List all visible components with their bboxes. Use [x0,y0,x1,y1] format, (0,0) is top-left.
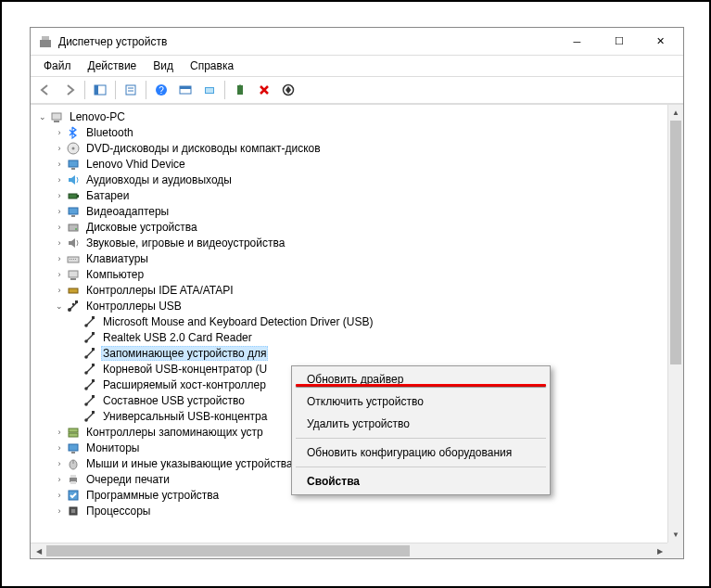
tree-category-1[interactable]: ›DVD-дисководы и дисководы компакт-диско… [31,140,667,156]
tree-category-4[interactable]: ›Батареи [31,187,667,203]
chevron-right-icon[interactable]: › [53,158,66,171]
window-title: Диспетчер устройств [58,35,167,48]
chevron-right-icon[interactable]: › [53,205,66,218]
tree-device-11-2[interactable]: Запоминающее устройство для [31,345,667,361]
chevron-right-icon[interactable]: › [53,236,66,249]
uninstall-button[interactable] [253,79,275,101]
tree-category-0[interactable]: ›Bluetooth [31,124,667,140]
tree-device-11-1[interactable]: Realtek USB 2.0 Card Reader [31,329,667,345]
chevron-right-icon[interactable]: › [53,457,66,470]
tree-category-17[interactable]: ›Процессоры [31,503,667,518]
tree-category-8[interactable]: ›Клавиатуры [31,250,667,266]
chevron-right-icon[interactable]: › [53,221,66,234]
vertical-scrollbar[interactable]: ▲ ▼ [667,105,683,543]
display-icon [66,204,81,219]
context-menu-item-2[interactable]: Удалить устройство [294,413,548,435]
tree-category-11[interactable]: ⌄Контроллеры USB [31,298,667,313]
tree-category-9[interactable]: ›Компьютер [31,266,667,282]
scroll-thumb-h[interactable] [46,545,410,556]
scroll-right-button[interactable]: ▶ [652,543,667,558]
tree-device-11-0[interactable]: Microsoft Mouse and Keyboard Detection D… [31,313,667,329]
tree-item-label: Lenovo-PC [68,110,127,123]
printer-icon [66,472,81,487]
svg-rect-19 [69,160,78,167]
context-menu-item-0[interactable]: Обновить драйвер [294,368,548,390]
menu-file[interactable]: Файл [36,58,79,74]
chevron-right-icon[interactable]: › [53,142,66,155]
tree-category-10[interactable]: ›Контроллеры IDE ATA/ATAPI [31,282,667,298]
tree-item-label: Запоминающее устройство для [101,346,268,361]
tree-item-label: Мониторы [84,441,141,454]
chevron-down-icon[interactable]: ⌄ [36,110,49,123]
annotation-highlight [296,384,546,387]
pc-icon [49,109,64,124]
usb-icon [66,299,81,313]
back-button[interactable] [34,79,57,101]
toolbar: ? [31,76,683,104]
chevron-right-icon[interactable]: › [53,441,66,454]
tree-item-label: Контроллеры IDE ATA/ATAPI [84,284,235,297]
svg-rect-39 [92,316,95,319]
action-toolbar-button[interactable] [174,79,197,101]
disk-icon [66,220,81,235]
tree-item-label: Lenovo Vhid Device [84,158,187,171]
titlebar: Диспетчер устройств ─ ☐ ✕ [31,28,683,56]
chevron-right-icon[interactable]: › [53,426,66,439]
scroll-up-button[interactable]: ▲ [668,105,683,121]
tree-category-2[interactable]: ›Lenovo Vhid Device [31,156,667,172]
tree-category-6[interactable]: ›Дисковые устройства [31,219,667,235]
svg-rect-33 [70,278,76,280]
svg-rect-21 [69,194,77,198]
context-menu-item-6[interactable]: Свойства [294,470,548,492]
tree-item-label: Контроллеры запоминающих устр [84,426,265,439]
svg-rect-53 [69,433,78,437]
menu-action[interactable]: Действие [81,58,145,74]
svg-rect-4 [126,85,135,95]
chevron-right-icon[interactable]: › [53,189,66,202]
chevron-right-icon[interactable]: › [53,505,66,518]
menu-view[interactable]: Вид [146,58,181,74]
computer-icon [66,267,81,282]
update-driver-button[interactable] [229,79,251,101]
tree-category-7[interactable]: ›Звуковые, игровые и видеоустройства [31,235,667,250]
chevron-right-icon[interactable]: › [53,126,66,139]
menu-help[interactable]: Справка [183,58,241,74]
chevron-right-icon[interactable]: › [53,173,66,186]
svg-rect-59 [70,475,76,478]
svg-rect-34 [69,288,78,293]
chevron-down-icon[interactable]: ⌄ [53,300,66,313]
tree-category-5[interactable]: ›Видеоадаптеры [31,203,667,219]
scroll-thumb[interactable] [670,121,681,364]
monitor-icon [66,157,81,172]
help-button[interactable]: ? [150,79,172,101]
chevron-right-icon[interactable]: › [53,252,66,265]
forward-button[interactable] [58,79,81,101]
tree-category-3[interactable]: ›Аудиовходы и аудиовыходы [31,172,667,187]
properties-toolbar-button[interactable] [120,79,142,101]
chevron-right-icon[interactable]: › [53,268,66,281]
chevron-right-icon[interactable]: › [53,489,66,502]
svg-rect-1 [42,36,49,40]
svg-rect-20 [71,168,75,170]
scan-hardware-button[interactable] [198,79,221,101]
chevron-right-icon[interactable]: › [53,473,66,486]
minimize-button[interactable]: ─ [556,29,598,55]
usbdev-icon [83,314,97,329]
scroll-down-button[interactable]: ▼ [668,527,683,543]
software-icon [66,488,81,503]
tree-root[interactable]: ⌄Lenovo-PC [31,109,667,124]
chevron-right-icon[interactable]: › [53,284,66,297]
svg-rect-47 [92,379,95,382]
context-menu-item-4[interactable]: Обновить конфигурацию оборудования [294,441,548,464]
svg-rect-30 [73,259,74,260]
close-button[interactable]: ✕ [640,29,681,55]
disable-button[interactable] [277,79,299,101]
horizontal-scrollbar[interactable]: ◀ ▶ [31,543,667,558]
context-menu-separator [296,467,546,467]
tree-item-label: Батареи [84,189,131,202]
show-hide-console-tree-button[interactable] [89,79,111,101]
scroll-left-button[interactable]: ◀ [31,543,46,558]
maximize-button[interactable]: ☐ [598,29,640,55]
svg-rect-32 [69,271,78,277]
context-menu-item-1[interactable]: Отключить устройство [294,390,548,413]
